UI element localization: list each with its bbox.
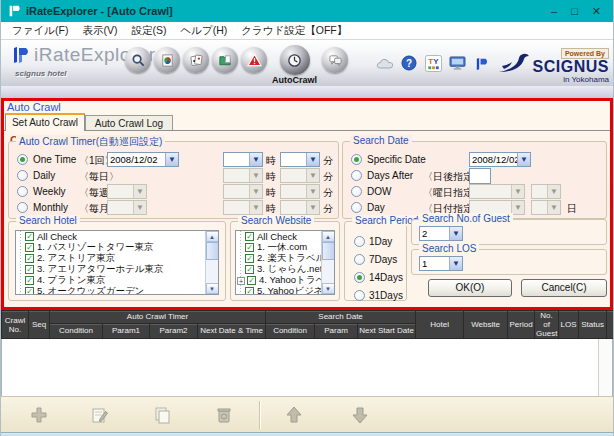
menubar: ファイル(F) 表示(V) 設定(S) ヘルプ(H) クラウド設定【OFF】	[1, 22, 613, 40]
maximize-button[interactable]: □	[571, 6, 578, 17]
menu-help[interactable]: ヘルプ(H)	[173, 22, 234, 40]
menu-file[interactable]: ファイル(F)	[5, 22, 75, 40]
close-button[interactable]: ✕	[592, 6, 601, 17]
arrow-down-icon	[350, 405, 370, 425]
expand-plus-icon[interactable]: +	[237, 277, 245, 285]
period-option-14days[interactable]: 14Days	[354, 268, 406, 286]
radio-days-after[interactable]	[351, 170, 362, 181]
radio-1day[interactable]	[354, 236, 365, 247]
crawl-grid-body[interactable]	[1, 339, 613, 396]
checkbox-checked-icon[interactable]: ✓	[245, 265, 254, 274]
menu-cloud-settings[interactable]: クラウド設定【OFF】	[234, 22, 354, 40]
col-next-start-date[interactable]: Next Start Date	[358, 323, 416, 338]
minute-suffix: 分	[323, 202, 333, 216]
period-option-7days[interactable]: 7Days	[354, 250, 406, 268]
checkbox-checked-icon[interactable]: ✓	[25, 265, 34, 274]
radio-31days[interactable]	[354, 290, 365, 301]
move-up-button[interactable]	[282, 403, 306, 427]
radio-14days[interactable]	[354, 272, 365, 283]
cards-tool-button[interactable]	[183, 47, 209, 73]
report-tool-button[interactable]	[154, 47, 180, 73]
menu-settings[interactable]: 設定(S)	[124, 22, 173, 40]
alert-tool-button[interactable]	[241, 47, 267, 73]
guest-count-combo[interactable]: 2▼	[419, 226, 463, 241]
scroll-down-icon[interactable]: ▼	[322, 283, 335, 294]
col-timer-param2[interactable]: Param2	[150, 323, 198, 338]
col-search-param[interactable]: Param	[315, 323, 358, 338]
col-hotel[interactable]: Hotel	[416, 311, 464, 339]
los-combo[interactable]: 1▼	[419, 256, 463, 271]
scroll-thumb[interactable]	[206, 242, 219, 260]
checkbox-checked-icon[interactable]: ✓	[25, 232, 34, 241]
checkbox-checked-icon[interactable]: ✓	[25, 287, 34, 295]
menu-view[interactable]: 表示(V)	[75, 22, 124, 40]
minimize-button[interactable]: –	[551, 6, 557, 17]
add-button[interactable]	[27, 403, 51, 427]
website-item-5[interactable]: ✓5. Yahooビジネストラベル	[236, 286, 334, 295]
cloud-button[interactable]	[376, 54, 394, 72]
col-timer-condition[interactable]: Condition	[50, 323, 103, 338]
delete-button[interactable]	[212, 403, 236, 427]
autocrawl-tool-button[interactable]	[280, 45, 310, 75]
checkbox-checked-icon[interactable]: ✓	[247, 276, 256, 285]
hotel-list-scrollbar[interactable]: ▲▼	[205, 231, 218, 294]
checkbox-checked-icon[interactable]: ✓	[25, 276, 34, 285]
checkbox-checked-icon[interactable]: ✓	[245, 287, 254, 295]
tab-set-auto-crawl[interactable]: Set Auto Crawl	[5, 113, 85, 131]
checkbox-checked-icon[interactable]: ✓	[25, 243, 34, 252]
specific-date-label: Specific Date	[367, 154, 426, 165]
radio-dow[interactable]	[351, 186, 362, 197]
edit-button[interactable]	[88, 403, 112, 427]
search-tool-button[interactable]	[125, 47, 151, 73]
folder-tool-button[interactable]	[212, 47, 238, 73]
radio-one-time[interactable]	[17, 154, 28, 165]
scroll-up-icon[interactable]: ▲	[206, 231, 219, 242]
monitor-button[interactable]	[448, 54, 466, 72]
autocrawl-tool: AutoCrawl	[272, 43, 317, 85]
scroll-down-icon[interactable]: ▼	[206, 283, 219, 294]
move-down-button[interactable]	[348, 403, 372, 427]
col-no-of-guest[interactable]: No. of Guest	[535, 311, 559, 339]
hotel-item-5[interactable]: ✓5. オークウッズガーデン	[16, 286, 218, 295]
scroll-thumb[interactable]	[322, 242, 335, 260]
ty-button[interactable]: TY	[424, 54, 442, 72]
col-seq[interactable]: Seq	[29, 311, 50, 339]
specific-date-combo[interactable]: 2008/12/02▼	[469, 152, 531, 167]
window-title: iRateExplorer - [Auto Crawl]	[26, 5, 551, 17]
period-option-1day[interactable]: 1Day	[354, 232, 406, 250]
col-website[interactable]: Website	[464, 311, 508, 339]
one-time-date-combo[interactable]: 2008/12/02▼	[107, 152, 179, 167]
days-after-input[interactable]	[469, 168, 491, 184]
chat-icon	[328, 53, 343, 68]
col-crawl-no[interactable]: Crawl No.	[2, 311, 29, 339]
checkbox-checked-icon[interactable]: ✓	[245, 232, 254, 241]
one-time-hour-combo[interactable]: ▼	[223, 152, 263, 167]
help-button[interactable]: ?	[400, 54, 418, 72]
col-period[interactable]: Period	[508, 311, 535, 339]
checkbox-checked-icon[interactable]: ✓	[245, 254, 254, 263]
one-time-minute-combo[interactable]: ▼	[280, 152, 320, 167]
ok-button[interactable]: OK(O)	[428, 279, 512, 297]
website-list-scrollbar[interactable]: ▲▼	[321, 231, 334, 294]
copy-button[interactable]	[150, 403, 174, 427]
period-option-31days[interactable]: 31Days	[354, 286, 406, 304]
col-timer-param1[interactable]: Param1	[103, 323, 150, 338]
irate-mini-button[interactable]	[472, 54, 490, 72]
grid-scrollbar-track[interactable]	[598, 339, 612, 396]
radio-weekly[interactable]	[17, 186, 28, 197]
checkbox-checked-icon[interactable]: ✓	[245, 243, 254, 252]
tab-auto-crawl-log[interactable]: Auto Crawl Log	[85, 115, 173, 131]
col-search-condition[interactable]: Condition	[266, 323, 315, 338]
radio-specific-date[interactable]	[351, 154, 362, 165]
radio-daily[interactable]	[17, 170, 28, 181]
col-los[interactable]: LOS	[559, 311, 579, 339]
message-tool-button[interactable]	[322, 47, 348, 73]
radio-monthly[interactable]	[17, 202, 28, 213]
cancel-button[interactable]: Cancel(C)	[521, 279, 607, 297]
radio-day[interactable]	[351, 202, 362, 213]
scroll-up-icon[interactable]: ▲	[322, 231, 335, 242]
col-next-date-time[interactable]: Next Date & Time	[198, 323, 266, 338]
radio-7days[interactable]	[354, 254, 365, 265]
col-status[interactable]: Status	[579, 311, 607, 339]
checkbox-checked-icon[interactable]: ✓	[25, 254, 34, 263]
